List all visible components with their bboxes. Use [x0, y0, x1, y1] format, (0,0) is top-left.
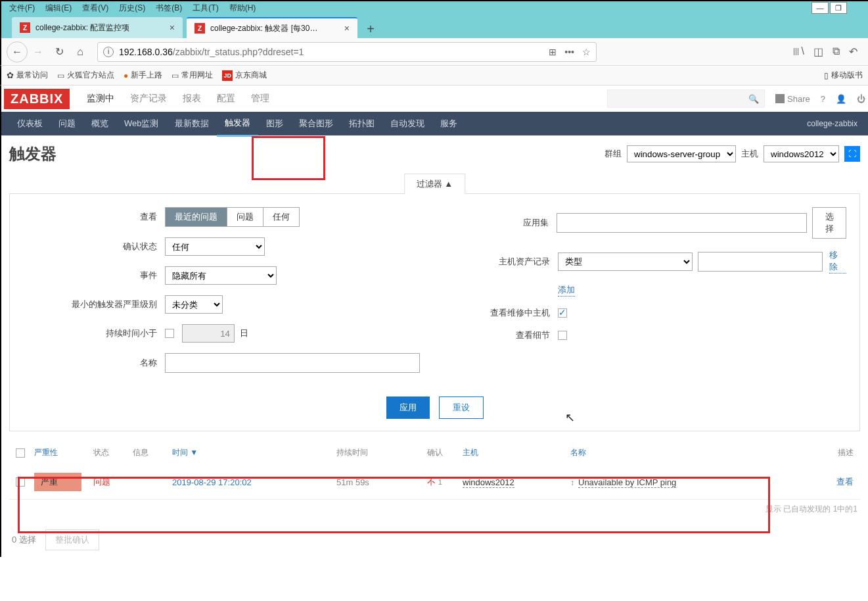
- url-bar[interactable]: i 192.168.0.36/zabbix/tr_status.php?ddre…: [97, 42, 597, 62]
- menu-history[interactable]: 历史(S): [114, 3, 150, 14]
- duration-input[interactable]: [182, 324, 235, 343]
- ack-status-select[interactable]: 任何: [165, 237, 265, 256]
- bookmark-firefox[interactable]: ▭火狐官方站点: [57, 70, 114, 81]
- page-title: 触发器: [9, 143, 57, 164]
- host-label: 主机: [741, 148, 758, 160]
- nav-back-button[interactable]: ←: [7, 41, 28, 62]
- bookmark-common[interactable]: ▭常用网址: [171, 70, 213, 81]
- more-icon[interactable]: •••: [564, 47, 574, 57]
- favicon-zabbix: Z: [20, 22, 30, 33]
- library-icon[interactable]: ⫼\: [791, 45, 804, 58]
- submenu-screens[interactable]: 聚合图形: [291, 112, 341, 135]
- row-checkbox[interactable]: [16, 477, 25, 487]
- menu-monitoring[interactable]: 监测中: [85, 87, 116, 110]
- duration-checkbox[interactable]: [165, 329, 174, 338]
- submenu-overview[interactable]: 概览: [83, 112, 116, 135]
- inventory-value-input[interactable]: [698, 252, 823, 272]
- zabbix-logo[interactable]: ZABBIX: [4, 89, 70, 109]
- window-maximize[interactable]: ❐: [830, 2, 847, 14]
- tab-close-icon[interactable]: ×: [344, 23, 350, 34]
- menu-configuration[interactable]: 配置: [216, 87, 237, 110]
- th-desc: 描述: [771, 445, 857, 461]
- qr-icon[interactable]: ⊞: [549, 47, 557, 57]
- fullscreen-button[interactable]: ⛶: [844, 146, 860, 162]
- view-opt-recent[interactable]: 最近的问题: [166, 208, 227, 226]
- menu-tools[interactable]: 工具(T): [187, 3, 223, 14]
- inventory-type-select[interactable]: 类型: [558, 252, 693, 271]
- maintenance-checkbox[interactable]: ✓: [558, 308, 567, 318]
- th-status[interactable]: 状态: [89, 445, 129, 461]
- submenu-maps[interactable]: 拓扑图: [341, 112, 382, 135]
- browser-tab-2[interactable]: Z college-zabbix: 触发器 [每30… ×: [187, 17, 357, 38]
- menu-edit[interactable]: 编辑(E): [40, 3, 77, 14]
- logout-icon[interactable]: ⏻: [857, 94, 865, 104]
- trigger-name-link[interactable]: Unavailable by ICMP ping: [578, 477, 676, 488]
- th-time[interactable]: 时间 ▼: [168, 445, 332, 461]
- zabbix-search[interactable]: 🔍: [607, 89, 765, 108]
- view-opt-problems[interactable]: 问题: [227, 208, 263, 226]
- undo-icon[interactable]: ↶: [849, 45, 857, 58]
- filter-tab[interactable]: 过滤器 ▲: [404, 174, 465, 194]
- name-input[interactable]: [165, 353, 420, 373]
- bookmark-jd[interactable]: JD京东商城: [222, 70, 267, 81]
- submenu-web[interactable]: Web监测: [116, 112, 167, 135]
- submenu-problems[interactable]: 问题: [51, 112, 83, 135]
- apply-button[interactable]: 应用: [386, 397, 430, 419]
- bookmark-frequent[interactable]: ✿最常访问: [7, 70, 48, 81]
- nav-reload-button[interactable]: ↻: [49, 41, 70, 62]
- group-select[interactable]: windows-server-group: [627, 145, 736, 162]
- help-icon[interactable]: ?: [821, 94, 825, 104]
- submenu-graphs[interactable]: 图形: [258, 112, 291, 135]
- inventory-remove-link[interactable]: 移除: [829, 249, 846, 274]
- bookmark-mobile[interactable]: ▯移动版书: [824, 70, 863, 81]
- inventory-add-link[interactable]: 添加: [558, 284, 575, 297]
- menu-inventory[interactable]: 资产记录: [129, 87, 168, 110]
- bookmark-getting-started[interactable]: ●新手上路: [124, 70, 162, 81]
- addons-icon[interactable]: ⧉: [833, 45, 840, 58]
- time-link[interactable]: 2019-08-29 17:20:02: [172, 477, 252, 487]
- menu-bookmarks[interactable]: 书签(B): [150, 3, 187, 14]
- host-link[interactable]: windows2012: [463, 477, 514, 488]
- select-all-checkbox[interactable]: [16, 448, 25, 458]
- menu-file[interactable]: 文件(F): [4, 3, 40, 14]
- desc-link[interactable]: 查看: [836, 477, 854, 487]
- menu-view[interactable]: 查看(V): [77, 3, 114, 14]
- browser-tab-1[interactable]: Z college-zabbix: 配置监控项 ×: [12, 17, 183, 38]
- menu-help[interactable]: 帮助(H): [224, 3, 262, 14]
- new-tab-button[interactable]: +: [361, 20, 380, 38]
- tab-close-icon[interactable]: ×: [170, 22, 175, 33]
- view-opt-any[interactable]: 任何: [263, 208, 299, 226]
- bookmarks-bar: ✿最常访问 ▭火狐官方站点 ●新手上路 ▭常用网址 JD京东商城 ▯移动版书: [0, 66, 868, 85]
- menu-administration[interactable]: 管理: [250, 87, 271, 110]
- bookmark-star-icon[interactable]: ☆: [582, 47, 591, 57]
- events-select[interactable]: 隐藏所有: [165, 266, 277, 285]
- share-link[interactable]: Share: [775, 94, 810, 104]
- th-name[interactable]: 名称: [566, 445, 771, 461]
- submenu-dashboard[interactable]: 仪表板: [9, 112, 51, 135]
- batch-ack-button[interactable]: 整批确认: [45, 529, 99, 550]
- appset-select-button[interactable]: 选择: [812, 207, 846, 239]
- nav-home-button[interactable]: ⌂: [70, 41, 91, 62]
- status-text: 问题: [93, 477, 110, 487]
- host-select[interactable]: windows2012: [764, 145, 839, 162]
- window-minimize[interactable]: —: [811, 2, 829, 14]
- site-info-icon[interactable]: i: [103, 47, 114, 57]
- submenu-discovery[interactable]: 自动发现: [382, 112, 432, 135]
- th-host[interactable]: 主机: [459, 445, 566, 461]
- menu-reports[interactable]: 报表: [181, 87, 202, 110]
- submenu-triggers[interactable]: 触发器: [217, 111, 258, 137]
- submenu-services[interactable]: 服务: [432, 112, 465, 135]
- min-severity-select[interactable]: 未分类: [165, 295, 223, 314]
- appset-input[interactable]: [557, 213, 808, 233]
- nav-forward-button[interactable]: →: [28, 41, 49, 62]
- submenu-latest[interactable]: 最新数据: [167, 112, 217, 135]
- breadcrumb: college-zabbix: [807, 119, 860, 128]
- sidebar-icon[interactable]: ◫: [813, 45, 823, 58]
- th-severity[interactable]: 严重性: [30, 445, 89, 461]
- ack-link[interactable]: 不 1: [427, 477, 442, 487]
- reset-button[interactable]: 重设: [439, 397, 484, 419]
- details-checkbox[interactable]: [558, 331, 567, 340]
- user-icon[interactable]: 👤: [836, 94, 846, 104]
- th-duration: 持续时间: [332, 445, 423, 461]
- details-label: 查看细节: [459, 329, 558, 341]
